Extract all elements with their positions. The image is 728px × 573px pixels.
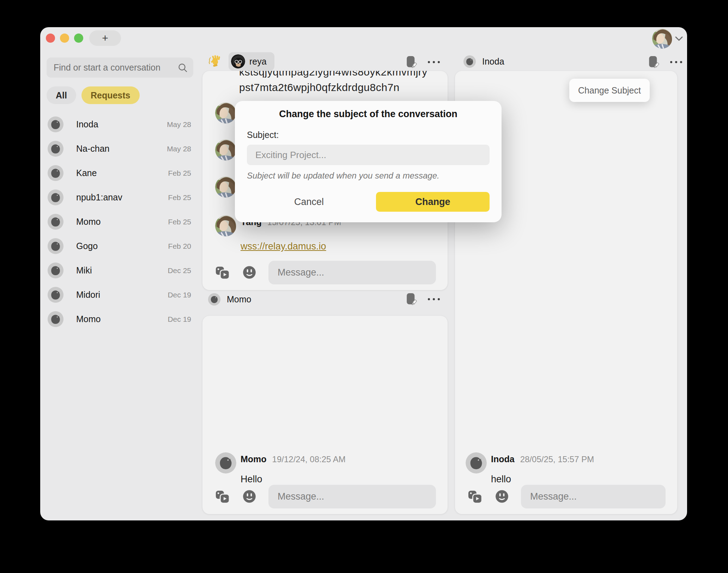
message-compose-row xyxy=(202,485,448,508)
default-avatar xyxy=(48,189,63,205)
reya-avatar xyxy=(231,54,245,68)
conversation-list-item[interactable]: Midori Dec 19 xyxy=(40,283,199,307)
conversation-date: Dec 25 xyxy=(168,266,193,275)
conversation-name: Momo xyxy=(76,314,101,324)
conversation-date: Feb 25 xyxy=(168,193,193,202)
cancel-button[interactable]: Cancel xyxy=(277,192,341,212)
message-input[interactable] xyxy=(268,261,436,284)
conversation-list-item[interactable]: Inoda May 28 xyxy=(40,112,199,137)
momo-avatar xyxy=(208,293,220,306)
conversation-list-item[interactable]: Na-chan May 28 xyxy=(40,137,199,161)
chevron-down-icon[interactable] xyxy=(675,36,683,41)
message-avatar[interactable] xyxy=(215,176,236,198)
conversation-search[interactable] xyxy=(47,58,193,78)
subject-label: Subject: xyxy=(247,130,279,140)
message-avatar[interactable] xyxy=(215,139,236,161)
conversation-name: Momo xyxy=(76,217,101,227)
change-subject-icon[interactable] xyxy=(648,55,660,69)
relay-link[interactable]: wss://relay.damus.io xyxy=(241,241,326,252)
npub-text: pst7mta2t6wpjh0qfzkdrdgu8ch7n xyxy=(239,82,448,94)
default-avatar xyxy=(48,287,63,303)
conversation-list-item[interactable]: Momo Dec 19 xyxy=(40,307,199,331)
conversation-name: npub1:anav xyxy=(76,192,122,203)
close-window-button[interactable] xyxy=(46,34,55,43)
message-avatar[interactable] xyxy=(215,102,236,123)
message-avatar[interactable] xyxy=(215,452,236,474)
conversation-name: Inoda xyxy=(76,119,98,129)
conversation-name: Na-chan xyxy=(76,144,110,154)
change-subject-icon[interactable] xyxy=(405,292,417,306)
conversation-list-item[interactable]: Miki Dec 25 xyxy=(40,258,199,283)
conversation-list-item[interactable]: Kane Feb 25 xyxy=(40,161,199,185)
dialog-title: Change the subject of the conversation xyxy=(235,109,502,120)
emoji-picker-icon[interactable] xyxy=(242,489,257,504)
message-content: Hello xyxy=(241,474,262,485)
message-header: Momo 19/12/24, 08:25 AM xyxy=(241,454,346,464)
message-header: Inoda 28/05/25, 15:57 PM xyxy=(491,454,594,464)
momo-header-actions xyxy=(405,292,440,306)
app-window: + All Requests Inoda May 28 Na-chan May … xyxy=(40,27,687,520)
message-content: hello xyxy=(491,474,511,485)
inoda-avatar xyxy=(463,55,476,68)
conversation-name: Midori xyxy=(76,290,100,300)
message-avatar[interactable] xyxy=(215,215,236,236)
inoda-chat-header: Inoda xyxy=(455,52,677,71)
conversation-list-item[interactable]: Momo Feb 25 xyxy=(40,210,199,234)
default-avatar xyxy=(48,165,63,181)
default-avatar xyxy=(48,311,63,327)
default-avatar xyxy=(48,214,63,230)
change-button[interactable]: Change xyxy=(376,192,490,212)
tab-all[interactable]: All xyxy=(47,86,76,104)
new-conversation-button[interactable]: + xyxy=(89,30,121,46)
message-timestamp: 19/12/24, 08:25 AM xyxy=(272,454,346,464)
search-input[interactable] xyxy=(47,62,178,73)
emoji-picker-icon[interactable] xyxy=(242,265,257,280)
message-avatar[interactable] xyxy=(466,452,487,474)
message-sender: Momo xyxy=(241,454,267,464)
tab-requests[interactable]: Requests xyxy=(81,86,140,104)
inoda-header-actions xyxy=(648,55,682,69)
waving-hand-icon xyxy=(208,55,222,68)
change-subject-tooltip: Change Subject xyxy=(569,79,650,102)
message-content: wss://relay.damus.io xyxy=(241,241,326,252)
zoom-window-button[interactable] xyxy=(74,34,83,43)
subject-hint: Subject will be updated when you send a … xyxy=(247,171,439,181)
minimize-window-button[interactable] xyxy=(60,34,69,43)
chat-title: Momo xyxy=(227,294,251,304)
conversation-name: Kane xyxy=(76,168,97,178)
message-compose-row xyxy=(455,485,677,508)
attach-media-icon[interactable] xyxy=(468,489,483,504)
emoji-picker-icon[interactable] xyxy=(495,489,509,504)
message-timestamp: 28/05/25, 15:57 PM xyxy=(520,454,594,464)
change-subject-icon[interactable] xyxy=(405,55,417,69)
conversation-date: Dec 19 xyxy=(168,315,193,324)
more-options-icon[interactable] xyxy=(670,61,682,63)
momo-chat-card: Momo 19/12/24, 08:25 AM Hello xyxy=(202,316,448,514)
conversation-name: Miki xyxy=(76,265,92,276)
account-menu[interactable] xyxy=(652,29,683,49)
attach-media-icon[interactable] xyxy=(215,489,230,504)
conversation-date: Dec 19 xyxy=(168,291,193,299)
npub-text-clipped: kstsqjyqtmpag2lygh4wfs8oyk2kmvmjry xyxy=(239,71,448,78)
message-compose-row xyxy=(202,261,448,284)
message-input[interactable] xyxy=(268,485,436,508)
more-options-icon[interactable] xyxy=(428,61,440,63)
plus-icon: + xyxy=(102,32,108,44)
conversation-list: Inoda May 28 Na-chan May 28 Kane Feb 25 … xyxy=(40,112,199,331)
search-icon xyxy=(178,63,188,73)
attach-media-icon[interactable] xyxy=(215,265,230,280)
conversation-list-item[interactable]: Gogo Feb 20 xyxy=(40,234,199,258)
default-avatar xyxy=(48,116,63,132)
reya-conversation-pill[interactable]: reya xyxy=(229,52,274,71)
user-avatar[interactable] xyxy=(652,29,672,49)
conversation-date: May 28 xyxy=(167,120,193,129)
conversation-date: Feb 25 xyxy=(168,169,193,177)
message-input[interactable] xyxy=(521,485,666,508)
default-avatar xyxy=(48,263,63,278)
change-subject-dialog: Change the subject of the conversation S… xyxy=(235,101,502,222)
more-options-icon[interactable] xyxy=(428,298,440,300)
conversation-list-item[interactable]: npub1:anav Feb 25 xyxy=(40,185,199,210)
default-avatar xyxy=(48,238,63,254)
subject-input[interactable] xyxy=(247,145,490,165)
chat-title: Inoda xyxy=(482,56,504,67)
